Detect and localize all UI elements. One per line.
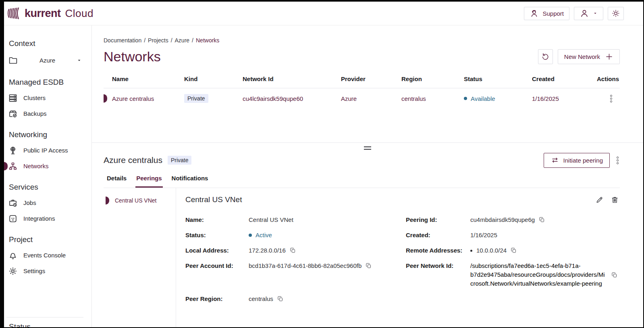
column-header-status: Status [464,75,532,82]
status-dot [249,234,252,237]
support-button[interactable]: Support [524,7,569,20]
app-window: kurrent Cloud Support [0,0,644,328]
caret-down-icon [77,58,82,63]
copy-icon[interactable] [290,247,296,253]
network-nodes-icon [8,161,18,171]
column-header-name: Name [104,75,184,82]
copy-icon[interactable] [611,272,617,278]
edit-peering-button[interactable] [595,196,604,204]
refresh-icon [541,52,550,61]
sidebar-item-label: Public IP Access [23,147,68,154]
sidebar-item-label: Integrations [23,215,55,222]
detail-title: Azure centralus [104,155,162,165]
sidebar-item-label: Events Console [23,252,66,259]
refresh-button[interactable] [538,49,553,64]
main-content: Documentation / Projects / Azure / Netwo… [92,25,643,327]
breadcrumb: Documentation / Projects / Azure / Netwo… [104,37,620,44]
context-selector[interactable]: Azure [4,51,91,69]
support-label: Support [542,10,564,17]
split-handle[interactable] [364,145,371,151]
row-status: Available [464,95,532,102]
sidebar-item-public-ip-access[interactable]: Public IP Access [4,142,91,158]
header-actions: Support [524,7,624,20]
sidebar-item-networks[interactable]: Networks [4,158,91,174]
detail-kind-badge: Private [168,156,192,165]
copy-icon[interactable] [366,263,372,269]
row-name[interactable]: Azure centralus [104,95,184,102]
tab-details[interactable]: Details [106,175,127,188]
status-dot [464,97,467,100]
sidebar-item-label: Backups [23,110,47,117]
row-region: centralus [401,95,464,102]
section-title-services: Services [4,183,91,192]
sidebar-item-clusters[interactable]: Clusters [4,90,91,106]
field-label-local-address: Local Address: [185,246,249,255]
field-label-peer-region: Peer Region: [185,295,249,303]
initiate-peering-button[interactable]: Initiate peering [544,153,610,168]
account-menu-button[interactable] [574,7,603,20]
column-header-created: Created [532,75,591,82]
peering-item-label: Central US VNet [115,197,156,204]
peering-title: Central US VNet [185,195,242,204]
field-value-status: Active [249,231,272,240]
field-label-peer-network-id: Peer Network Id: [406,261,470,288]
new-network-label: New Network [564,53,600,60]
field-label-created: Created: [406,231,470,240]
field-value-remote-addresses: 10.0.0.0/24 [476,246,507,255]
gear-icon [8,266,18,276]
peering-fields: Name: Central US VNet Peering Id: cu4mbd… [182,215,619,303]
selected-peering-marker [106,196,109,205]
section-title-networking: Networking [4,130,91,139]
sun-icon [611,9,620,18]
headset-icon [530,9,539,18]
user-icon [580,8,589,18]
column-header-region: Region [401,75,464,82]
sidebar-item-settings[interactable]: Settings [4,263,91,279]
field-value-local-address: 172.28.0.0/16 [249,246,286,255]
copy-icon[interactable] [511,247,517,253]
breadcrumb-separator: / [144,37,145,44]
folder-icon [8,55,18,65]
copy-icon[interactable] [539,217,545,223]
field-label-status: Status: [185,231,249,240]
sidebar-item-backups[interactable]: Backups [4,106,91,121]
field-label-name: Name: [185,215,249,224]
sidebar-item-events-console[interactable]: Events Console [4,247,91,263]
plus-icon [605,52,613,61]
sidebar: Context Azure Managed ESDB [4,25,92,327]
caret-down-icon [593,11,598,16]
row-network-id: cu4lc9airsdk59qupe60 [243,95,341,102]
detail-tabs: Details Peerings Notifications [104,175,620,188]
breadcrumb-azure[interactable]: Azure [175,37,190,44]
server-stack-icon [8,93,18,103]
breadcrumb-documentation[interactable]: Documentation [104,37,141,44]
list-bullet [470,250,472,252]
tab-peerings[interactable]: Peerings [135,175,162,188]
sidebar-item-label: Settings [23,267,45,274]
row-kebab-menu[interactable] [609,94,613,104]
section-title-project: Project [4,235,91,244]
sidebar-item-label: Networks [23,163,49,169]
brand-name: kurrent [25,7,61,20]
breadcrumb-separator: / [192,37,193,44]
peerings-list: Central US VNet [92,188,176,327]
kurrent-cloud-logo[interactable]: kurrent Cloud [7,6,93,21]
sidebar-item-jobs[interactable]: Jobs [4,195,91,211]
table-row[interactable]: Azure centralus Private cu4lc9airsdk59qu… [104,88,620,109]
new-network-button[interactable]: New Network [558,49,620,64]
detail-kebab-menu[interactable] [615,155,620,165]
field-label-peering-id: Peering Id: [406,215,470,224]
breadcrumb-networks: Networks [196,37,219,44]
brand-suffix: Cloud [65,7,93,20]
theme-toggle-button[interactable] [608,7,624,20]
pencil-icon [595,196,604,204]
copy-icon[interactable] [277,296,283,302]
tab-notifications[interactable]: Notifications [171,175,209,188]
peering-list-item[interactable]: Central US VNet [92,195,176,206]
networks-table-header: Name Kind Network Id Provider Region Sta… [104,75,620,88]
breadcrumb-separator: / [171,37,172,44]
sidebar-item-integrations[interactable]: Integrations [4,211,91,226]
delete-peering-button[interactable] [611,196,619,204]
column-header-provider: Provider [341,75,401,82]
breadcrumb-projects[interactable]: Projects [148,37,168,44]
